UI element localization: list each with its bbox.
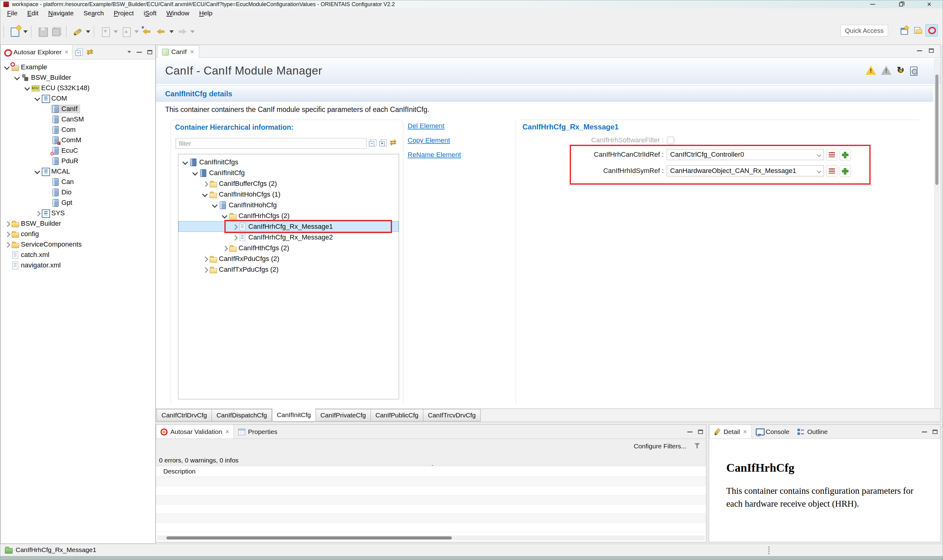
new-wizard-button[interactable] <box>9 25 21 38</box>
expander-open-icon[interactable] <box>191 169 199 177</box>
tree-item[interactable]: Example <box>1 62 155 72</box>
warning-gray-icon[interactable] <box>881 66 891 75</box>
back-history-button[interactable]: * <box>141 25 153 38</box>
expander-open-icon[interactable] <box>13 74 20 81</box>
tab-console[interactable]: Console <box>752 425 793 438</box>
tab-detail[interactable]: Detail × <box>709 425 752 438</box>
tree-item[interactable]: PduR <box>1 156 155 166</box>
back-button[interactable] <box>155 25 167 38</box>
scrollbar-thumb[interactable] <box>935 74 938 185</box>
maximize-view-icon[interactable] <box>698 430 703 434</box>
orientais-perspective-button[interactable] <box>926 24 938 37</box>
chevron-down-icon[interactable] <box>816 169 821 173</box>
tree-item[interactable]: CanIfHrhCfgs (2) <box>178 211 399 221</box>
generate-dropdown[interactable] <box>134 25 139 38</box>
tree-item[interactable]: CanIfTxPduCfgs (2) <box>178 264 399 275</box>
tree-item[interactable]: CanIfBufferCfgs (2) <box>178 178 399 189</box>
menu-item-window[interactable]: Window <box>162 8 194 18</box>
filter-input[interactable] <box>176 138 367 149</box>
statusbar-drag-handle[interactable] <box>769 546 770 548</box>
action-link[interactable]: Del Element <box>407 122 461 130</box>
browse-list-button[interactable] <box>826 165 837 177</box>
chevron-down-icon[interactable] <box>816 152 821 157</box>
quick-access-button[interactable]: Quick Access <box>841 25 888 37</box>
restore-button[interactable] <box>887 0 915 8</box>
validate-dropdown[interactable] <box>113 25 118 38</box>
editor-scrollbar[interactable] <box>934 59 939 408</box>
maximize-view-icon[interactable] <box>932 430 937 434</box>
page-tab-canifctrldrvcfg[interactable]: CanIfCtrlDrvCfg <box>157 409 212 422</box>
expander-closed-icon[interactable] <box>3 230 11 238</box>
close-tab-icon[interactable]: × <box>64 48 69 56</box>
browse-list-button[interactable] <box>826 149 837 160</box>
expander-closed-icon[interactable] <box>230 234 238 241</box>
tab-canif[interactable]: CanIf × <box>157 45 199 58</box>
collapse-all-icon[interactable] <box>76 48 83 56</box>
expander-closed-icon[interactable] <box>201 180 208 188</box>
tree-item[interactable]: EcuC <box>1 145 155 156</box>
save-button[interactable] <box>37 25 49 38</box>
expander-closed-icon[interactable] <box>3 241 11 248</box>
scrollbar-thumb[interactable] <box>167 536 452 540</box>
expander-open-icon[interactable] <box>23 84 31 92</box>
tree-item[interactable]: ComM <box>1 135 155 145</box>
minimize-view-icon[interactable] <box>137 52 142 53</box>
tree-item[interactable]: BSW_Builder <box>1 72 155 83</box>
page-tab-canifprivatecfg[interactable]: CanIfPrivateCfg <box>316 409 371 422</box>
forward-dropdown[interactable] <box>190 25 195 38</box>
tab-properties[interactable]: Properties <box>234 425 281 438</box>
new-wizard-dropdown[interactable] <box>23 25 28 38</box>
expander-closed-icon[interactable] <box>230 223 238 230</box>
expander-open-icon[interactable] <box>34 168 41 175</box>
horizontal-scrollbar[interactable] <box>157 535 705 540</box>
page-tab-canifdispatchcfg[interactable]: CanIfDispatchCfg <box>212 409 272 422</box>
maximize-view-icon[interactable] <box>929 48 934 53</box>
action-link[interactable]: ReName Element <box>407 151 461 159</box>
close-button[interactable]: × <box>915 0 943 8</box>
menu-item-edit[interactable]: Edit <box>22 8 43 18</box>
expander-closed-icon[interactable] <box>221 245 228 252</box>
highlighter-button[interactable] <box>71 25 84 38</box>
tab-autosar-explorer[interactable]: Autosar Explorer × <box>1 45 73 59</box>
tree-item[interactable]: CanIfInitHohCfgs (1) <box>178 189 399 200</box>
menu-item-file[interactable]: File <box>2 8 22 18</box>
tree-item[interactable]: catch.xml <box>1 250 155 260</box>
action-link[interactable]: Copy Element <box>407 137 461 145</box>
expander-open-icon[interactable] <box>221 212 228 220</box>
generate-button[interactable] <box>120 25 132 38</box>
configure-filters-button[interactable]: Configure Filters... <box>634 443 686 450</box>
expander-open-icon[interactable] <box>211 202 218 209</box>
tree-item[interactable]: MCAL <box>1 166 155 177</box>
software-filter-checkbox[interactable] <box>667 137 674 144</box>
tree-item[interactable]: navigator.xml <box>1 260 155 271</box>
maximize-view-icon[interactable] <box>147 50 152 54</box>
tree-item[interactable]: CanIfRxPduCfgs (2) <box>178 253 399 264</box>
menu-item-navigate[interactable]: Navigate <box>43 8 79 18</box>
collapse-all-icon[interactable] <box>369 138 377 146</box>
minimize-view-icon[interactable] <box>917 50 922 51</box>
doc-settings-icon[interactable] <box>909 66 917 74</box>
resource-perspective-button[interactable] <box>912 24 923 37</box>
validate-button[interactable] <box>99 25 111 38</box>
open-perspective-button[interactable] <box>898 24 909 37</box>
menu-item-project[interactable]: Project <box>109 8 139 18</box>
page-tab-canifpubliccfg[interactable]: CanIfPublicCfg <box>371 409 423 422</box>
highlighter-dropdown[interactable] <box>86 25 91 38</box>
tree-item[interactable]: Gpt <box>1 197 155 208</box>
tree-item[interactable]: CanIfInitCfg <box>178 168 399 178</box>
tree-item[interactable]: CanIf <box>1 104 155 114</box>
table-header-row[interactable]: Description <box>156 466 706 477</box>
tree-item[interactable]: ECU (S32K148) <box>1 83 155 93</box>
tree-item[interactable]: SYS <box>1 208 155 218</box>
close-tab-icon[interactable]: × <box>190 48 194 56</box>
minimize-button[interactable] <box>858 0 887 8</box>
menu-item-help[interactable]: Help <box>194 8 217 18</box>
back-dropdown[interactable] <box>169 25 174 38</box>
add-button[interactable] <box>840 165 851 177</box>
minimize-view-icon[interactable] <box>687 431 693 432</box>
expander-open-icon[interactable] <box>3 63 11 71</box>
minimize-view-icon[interactable] <box>922 431 927 432</box>
tree-item[interactable]: CanIfInitCfgs <box>178 157 399 168</box>
view-menu-icon[interactable] <box>127 49 131 55</box>
refresh-gear-icon[interactable] <box>896 66 904 74</box>
